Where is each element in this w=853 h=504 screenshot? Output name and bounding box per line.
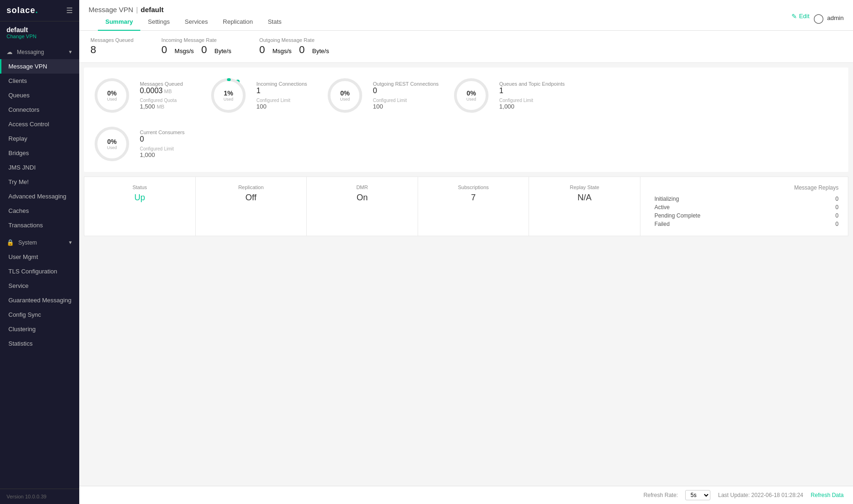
sidebar-item-label: Queues — [8, 92, 30, 99]
replication-label: Replication — [205, 184, 297, 190]
change-vpn-link[interactable]: Change VPN — [7, 34, 73, 39]
sidebar-item-connectors[interactable]: Connectors — [0, 102, 79, 117]
sidebar-item-access-control[interactable]: Access Control — [0, 117, 79, 131]
messages-queued-value: 8 — [90, 44, 133, 56]
status-cell-message-replays: Message Replays Initializing0Active0Pend… — [640, 177, 848, 236]
gauge-queues-topic-gauge: 0% Used Queues and Topic Endpoints 1 Con… — [453, 77, 564, 114]
gs-sub-label-consumers-gauge: Configured Limit — [140, 146, 185, 151]
logo: solace. — [7, 6, 38, 15]
hamburger-icon[interactable]: ☰ — [66, 6, 73, 15]
refresh-data-button[interactable]: Refresh Data — [811, 492, 844, 498]
sidebar-item-message-vpn[interactable]: Message VPN — [0, 59, 79, 74]
edit-area: ✎ Edit — [791, 13, 809, 24]
replay-label: Initializing — [654, 196, 679, 202]
gs-sub-value-outgoing-rest-gauge: 100 — [373, 103, 439, 110]
system-group-header[interactable]: 🔒 System ▼ — [0, 235, 79, 250]
gauges-row-1: 0% Used Messages Queued 0.0003 MB Config… — [93, 77, 839, 114]
outgoing-rate-label: Outgoing Message Rate — [259, 37, 329, 43]
sidebar-item-label: Config Sync — [8, 311, 41, 318]
sidebar-item-caches[interactable]: Caches — [0, 204, 79, 218]
tab-replication[interactable]: Replication — [215, 14, 260, 31]
vpn-name: default — [7, 26, 73, 34]
admin-icon: ◯ — [813, 13, 824, 24]
gauge-center-outgoing-rest-gauge: 0% Used — [340, 89, 350, 102]
sidebar-item-try-me[interactable]: Try Me! — [0, 175, 79, 189]
stats-bar: Messages Queued 8 Incoming Message Rate … — [79, 31, 853, 63]
gs-unit-messages-queued-gauge: MB — [163, 89, 172, 94]
sidebar-item-queues[interactable]: Queues — [0, 88, 79, 102]
outgoing-msgs-unit: Msgs/s — [272, 48, 291, 54]
topbar-right: ✎ Edit ◯ admin — [791, 13, 844, 24]
tab-stats[interactable]: Stats — [260, 14, 289, 31]
gs-label-incoming-connections-gauge: Incoming Connections — [256, 81, 307, 87]
system-chevron-icon: ▼ — [68, 240, 73, 245]
sidebar-item-jms-jndi[interactable]: JMS JNDI — [0, 160, 79, 175]
gs-value-messages-queued-gauge: 0.0003 MB — [140, 87, 183, 95]
gs-value-consumers-gauge: 0 — [140, 135, 185, 143]
sidebar-item-clustering[interactable]: Clustering — [0, 322, 79, 336]
gauge-circle-consumers-gauge: 0% Used — [93, 125, 131, 163]
gauge-consumers-gauge: 0% Used Current Consumers 0 Configured L… — [93, 125, 196, 163]
logo-dot: . — [35, 6, 38, 15]
sidebar-item-statistics[interactable]: Statistics — [0, 336, 79, 351]
footer: Refresh Rate: 5s 10s 30s Last Update: 20… — [79, 486, 853, 504]
vpn-section: default Change VPN — [0, 21, 79, 42]
messaging-group-header[interactable]: ☁ Messaging ▼ — [0, 45, 79, 59]
sidebar-item-advanced-messaging[interactable]: Advanced Messaging — [0, 189, 79, 204]
sidebar-item-transactions[interactable]: Transactions — [0, 218, 79, 232]
replay-row: Pending Complete0 — [654, 211, 839, 220]
gauge-used-incoming-connections-gauge: Used — [223, 97, 233, 102]
incoming-msgs-value: 0 — [161, 44, 167, 56]
status-cell-dmr: DMR On — [307, 177, 418, 236]
edit-label: Edit — [799, 13, 809, 20]
gauge-used-messages-queued-gauge: Used — [107, 97, 117, 102]
gauge-circle-messages-queued-gauge: 0% Used — [93, 77, 131, 114]
sidebar-item-clients[interactable]: Clients — [0, 74, 79, 88]
sidebar-item-user-mgmt[interactable]: User Mgmt — [0, 250, 79, 264]
gauge-pct-incoming-connections-gauge: 1% — [223, 89, 233, 97]
sidebar-item-guaranteed-messaging[interactable]: Guaranteed Messaging — [0, 293, 79, 307]
refresh-rate-select[interactable]: 5s 10s 30s — [685, 490, 710, 500]
edit-icon: ✎ — [791, 13, 797, 20]
tabs: Summary Settings Services Replication St… — [89, 14, 298, 30]
replay-state-value: N/A — [538, 193, 631, 203]
messaging-nav-group: ☁ Messaging ▼ Message VPN Clients Queues… — [0, 45, 79, 232]
gs-label-queues-topic-gauge: Queues and Topic Endpoints — [499, 81, 564, 87]
tab-settings[interactable]: Settings — [140, 14, 177, 31]
gs-sub-value-incoming-connections-gauge: 100 — [256, 103, 307, 110]
edit-button[interactable]: ✎ Edit — [791, 13, 809, 20]
dmr-value: On — [316, 193, 408, 203]
last-update-value: 2022-06-18 01:28:24 — [751, 492, 803, 498]
sidebar-item-bridges[interactable]: Bridges — [0, 146, 79, 160]
sidebar-item-service[interactable]: Service — [0, 279, 79, 293]
gs-value-queues-topic-gauge: 1 — [499, 87, 564, 95]
incoming-rate-stat: Incoming Message Rate 0 Msgs/s 0 Byte/s — [161, 37, 231, 56]
replay-value: 0 — [835, 204, 839, 211]
status-cell-subscriptions: Subscriptions 7 — [418, 177, 530, 236]
version-label: Version 10.0.0.39 — [7, 494, 47, 499]
sidebar-item-label: Bridges — [8, 150, 29, 157]
sidebar-item-label: Guaranteed Messaging — [8, 297, 71, 304]
tab-services[interactable]: Services — [177, 14, 215, 31]
sidebar-item-label: TLS Configuration — [8, 268, 57, 275]
system-nav-group: 🔒 System ▼ User Mgmt TLS Configuration S… — [0, 235, 79, 351]
sidebar-item-config-sync[interactable]: Config Sync — [0, 307, 79, 322]
gauge-pct-outgoing-rest-gauge: 0% — [340, 89, 350, 97]
gauge-messages-queued-gauge: 0% Used Messages Queued 0.0003 MB Config… — [93, 77, 196, 114]
breadcrumb: Message VPN | default — [89, 6, 298, 14]
gs-sub-label-messages-queued-gauge: Configured Quota — [140, 98, 183, 103]
sidebar-item-replay[interactable]: Replay — [0, 131, 79, 146]
gs-label-outgoing-rest-gauge: Outgoing REST Connections — [373, 81, 439, 87]
breadcrumb-current: default — [141, 6, 164, 14]
sidebar-header: solace. ☰ — [0, 0, 79, 21]
gs-sub-value-queues-topic-gauge: 1,000 — [499, 103, 564, 110]
replay-label: Pending Complete — [654, 212, 701, 219]
gauge-used-queues-topic-gauge: Used — [467, 97, 476, 102]
sidebar-item-tls-configuration[interactable]: TLS Configuration — [0, 264, 79, 279]
replay-label: Active — [654, 204, 670, 211]
sidebar-item-label: Transactions — [8, 222, 43, 229]
replication-value: Off — [205, 193, 297, 203]
outgoing-rate-stat: Outgoing Message Rate 0 Msgs/s 0 Byte/s — [259, 37, 329, 56]
tab-summary[interactable]: Summary — [98, 14, 140, 31]
outgoing-bytes-unit: Byte/s — [312, 48, 329, 54]
